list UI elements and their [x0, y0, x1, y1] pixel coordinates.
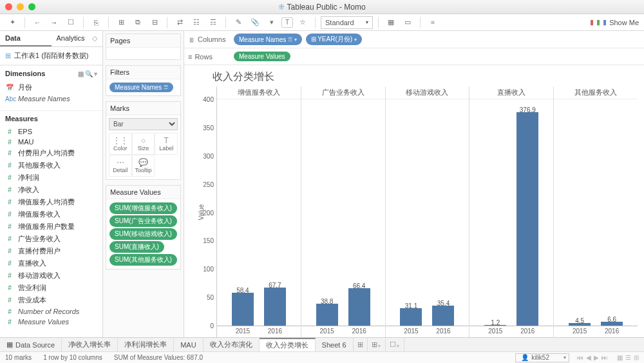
mark-tooltip[interactable]: 💬Tooltip [132, 155, 155, 177]
highlight-button[interactable]: ✎ [231, 15, 245, 30]
worksheet-tabs: ▦ Data Source 净收入增长率净利润增长率MAU收入分布演化收入分类增… [0, 337, 644, 351]
bar[interactable] [316, 304, 338, 326]
next-icon[interactable]: ▶ [594, 354, 599, 361]
dimension-field[interactable]: AbcMeasure Names [0, 93, 102, 104]
share-button[interactable]: ∝ [426, 15, 440, 30]
measure-field[interactable]: #EPS [0, 126, 102, 137]
measure-field[interactable]: #净收入 [0, 184, 102, 196]
mark-label[interactable]: TLabel [155, 133, 178, 155]
bar[interactable] [569, 323, 591, 326]
measure-value-pill[interactable]: SUM(直播收入) [109, 241, 164, 253]
row-pill[interactable]: Measure Values [234, 52, 290, 61]
rows-icon: ≡ [188, 53, 192, 61]
measure-field[interactable]: #直播付费用户 [0, 245, 102, 257]
measure-values-card: Measure Values SUM(增值服务收入)SUM(广告业务收入)SUM… [106, 185, 181, 270]
view-icon[interactable]: ▦ [78, 70, 84, 77]
bar[interactable] [264, 288, 286, 326]
new-dashboard-tab[interactable]: ⊞₊ [368, 338, 386, 351]
new-story-tab[interactable]: ☐₊ [386, 338, 404, 351]
measure-value-pill[interactable]: SUM(移动游戏收入) [109, 228, 177, 240]
filter-pill-measure-names[interactable]: Measure Names☰ [109, 83, 173, 92]
last-icon[interactable]: ⏭ [601, 354, 608, 361]
measure-field[interactable]: #增值服务用户数量 [0, 221, 102, 233]
bar[interactable] [484, 325, 506, 326]
worksheet-tab[interactable]: MAU [174, 338, 203, 351]
worksheet-tab[interactable]: 净收入增长率 [62, 338, 118, 351]
duplicate-button[interactable]: ⧉ [131, 15, 145, 30]
fit-dropdown[interactable]: Standard▾ [321, 16, 373, 29]
sort-desc-button[interactable]: ☶ [206, 15, 220, 30]
measure-value-pill[interactable]: SUM(其他服务收入) [109, 254, 177, 266]
cards-button[interactable]: ▦ [384, 15, 398, 30]
mark-size[interactable]: ○Size [132, 133, 155, 155]
prev-icon[interactable]: ◀ [586, 354, 591, 361]
tableau-logo-icon[interactable]: ✦ [5, 15, 19, 30]
list-view-icon[interactable]: ☰ [625, 354, 631, 361]
worksheet-tab[interactable]: Sheet 6 [316, 338, 354, 351]
measure-field[interactable]: #营业成本 [0, 294, 102, 306]
filmstrip-view-icon[interactable]: ⊞ [634, 354, 639, 361]
user-icon: 👤 [521, 354, 529, 361]
new-data-button[interactable]: ⎘ [89, 15, 103, 30]
forward-button[interactable]: → [47, 15, 61, 30]
measure-field[interactable]: #MAU [0, 137, 102, 147]
dimension-field[interactable]: 📅月份 [0, 81, 102, 93]
save-button[interactable]: ☐ [64, 15, 78, 30]
status-sum: SUM of Measure Values: 687.0 [114, 354, 203, 361]
chart-title[interactable]: 收入分类增长 [191, 69, 638, 86]
measure-field[interactable]: #增值服务人均消费 [0, 196, 102, 208]
worksheet-tab[interactable]: 收入分布演化 [204, 338, 260, 351]
pin-button[interactable]: ☆ [296, 15, 310, 30]
columns-shelf[interactable]: ⫼Columns Measure Names ☰ ▾⊞ YEAR(月份) ▾ [184, 31, 644, 48]
measure-field[interactable]: #移动游戏收入 [0, 270, 102, 282]
measure-field[interactable]: #直播收入 [0, 257, 102, 270]
datasource-row[interactable]: ⊞工作表1 (陌陌财务数据) [0, 47, 102, 65]
measure-value-pill[interactable]: SUM(广告业务收入) [109, 215, 177, 227]
user-dropdown[interactable]: 👤kilik52 [515, 353, 569, 362]
rows-shelf[interactable]: ≡Rows Measure Values [184, 48, 644, 65]
sort-asc-button[interactable]: ☷ [189, 15, 204, 30]
measure-field[interactable]: #增值服务收入 [0, 208, 102, 221]
measure-field[interactable]: #Measure Values [0, 317, 102, 327]
worksheet-tab[interactable]: 净利润增长率 [118, 338, 174, 351]
measure-field[interactable]: #Number of Records [0, 306, 102, 317]
column-pill[interactable]: ⊞ YEAR(月份) ▾ [306, 34, 363, 45]
bar[interactable] [348, 288, 370, 326]
clear-button[interactable]: ⊟ [147, 15, 162, 30]
back-button[interactable]: ← [30, 15, 44, 30]
search-icon[interactable]: 🔍 [85, 70, 93, 77]
new-worksheet-tab[interactable]: ⊞ [354, 338, 368, 351]
mark-detail[interactable]: ⋯Detail [109, 155, 132, 177]
grid-view-icon[interactable]: ▦ [617, 354, 623, 361]
bar[interactable] [400, 308, 422, 326]
show-me-button[interactable]: ▮▮▮ Show Me [590, 18, 639, 26]
swap-button[interactable]: ⇄ [173, 15, 187, 30]
menu-icon[interactable]: ▾ [94, 70, 97, 77]
measure-field[interactable]: #营业利润 [0, 282, 102, 294]
measure-field[interactable]: #净利润 [0, 172, 102, 184]
column-pill[interactable]: Measure Names ☰ ▾ [234, 34, 302, 45]
measure-field[interactable]: #付费用户人均消费 [0, 147, 102, 159]
first-icon[interactable]: ⏮ [577, 354, 583, 361]
mark-color[interactable]: ⋮⋮Color [109, 133, 132, 155]
tab-data[interactable]: Data [0, 31, 52, 46]
window-title: ⁜ Tableau Public - Momo [0, 3, 644, 12]
mark-type-dropdown[interactable]: Bar [109, 118, 178, 130]
bar[interactable] [601, 322, 623, 326]
measure-value-pill[interactable]: SUM(增值服务收入) [109, 202, 177, 214]
facet-header: 直播收入 [469, 86, 553, 99]
worksheet-tab[interactable]: 收入分类增长 [260, 338, 316, 351]
totals-button[interactable]: ▾ [265, 15, 279, 30]
bar[interactable] [232, 293, 254, 326]
presentation-button[interactable]: ▭ [401, 15, 415, 30]
tab-analytics[interactable]: Analytics [52, 31, 103, 46]
group-button[interactable]: 📎 [248, 15, 262, 30]
y-tick-label: 100 [203, 266, 214, 273]
labels-button[interactable]: T [281, 17, 293, 28]
bar[interactable] [516, 112, 538, 326]
measure-field[interactable]: #其他服务收入 [0, 159, 102, 172]
new-worksheet-button[interactable]: ⊞ [114, 15, 128, 30]
measure-field[interactable]: #广告业务收入 [0, 233, 102, 245]
datasource-tab[interactable]: ▦ Data Source [0, 338, 62, 351]
bar[interactable] [432, 306, 454, 326]
